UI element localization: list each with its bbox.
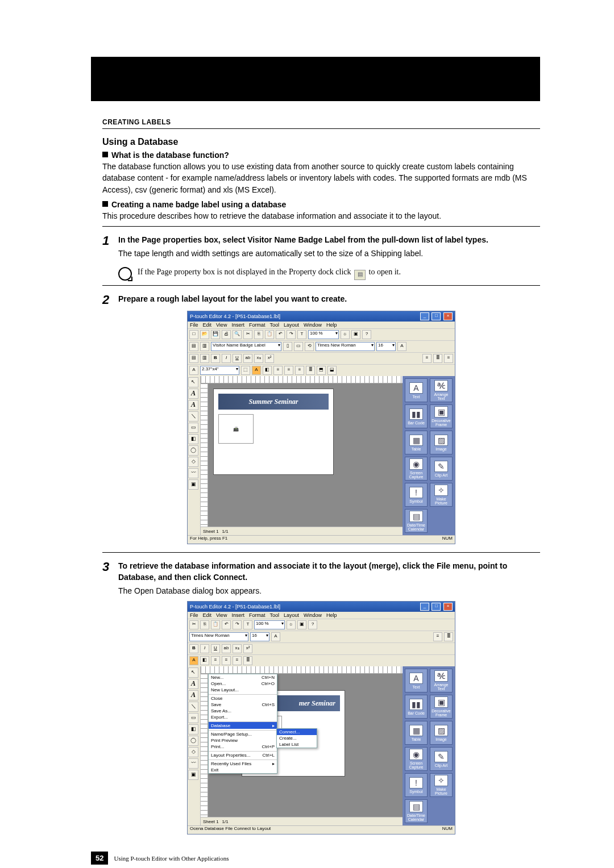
menu-item[interactable]: Format [249, 322, 265, 328]
obj-table-button[interactable]: ▦Table [405, 431, 428, 454]
copy-icon[interactable]: ⎘ [200, 620, 209, 629]
align-center-icon[interactable]: ≡ [284, 366, 293, 375]
menu-item[interactable]: Tool [269, 322, 279, 328]
preview-icon[interactable]: 🔍 [233, 330, 242, 339]
text-tool-icon[interactable]: A [188, 679, 198, 689]
font-size-combo[interactable]: 16 [250, 632, 269, 641]
menu-item[interactable]: Window [304, 322, 322, 328]
subscript-icon[interactable]: x₂ [254, 354, 263, 363]
align-left-icon[interactable]: ≡ [211, 656, 220, 665]
undo-icon[interactable]: ↶ [222, 620, 231, 629]
app-titlebar[interactable]: P-touch Editor 4.2 - [P51-Database1.lbl]… [188, 602, 455, 612]
menu-item[interactable]: Insert [231, 322, 244, 328]
file-menu-item[interactable]: SaveCtrl+S [209, 702, 277, 708]
obj-symbol-button[interactable]: !Symbol [405, 483, 428, 507]
save-icon[interactable]: 💾 [211, 330, 220, 339]
label-type-combo[interactable]: Visitor Name Badge Label [211, 342, 281, 351]
menu-bar[interactable]: File Edit View Insert Format Tool Layout… [188, 612, 455, 619]
align-icon[interactable]: ≣ [444, 632, 453, 641]
label-card[interactable]: Summer Seminar 📠 [214, 389, 333, 474]
help-icon[interactable]: ? [308, 620, 317, 629]
file-menu-item[interactable]: Open...Ctrl+O [209, 681, 277, 687]
cut-icon[interactable]: ✂ [189, 620, 198, 629]
card-banner[interactable]: Summer Seminar [218, 394, 329, 410]
zoom-combo[interactable]: 100 % [254, 620, 285, 629]
tool-icon[interactable]: ▣ [351, 330, 360, 339]
rect-tool-icon[interactable]: ▭ [188, 713, 198, 723]
file-menu-item[interactable]: Export... [209, 714, 277, 720]
align-just-icon[interactable]: ≣ [243, 656, 252, 665]
menu-item[interactable]: Format [249, 612, 265, 618]
new-icon[interactable]: □ [189, 330, 198, 339]
paste-icon[interactable]: 📋 [211, 620, 220, 629]
redo-icon[interactable]: ↷ [233, 620, 242, 629]
bold-icon[interactable]: B [211, 354, 220, 363]
sheet-tab[interactable]: Sheet 1 [203, 529, 219, 534]
menu-item[interactable]: Tool [269, 612, 279, 618]
obj-makepic-button[interactable]: ✧Make Picture [430, 483, 453, 507]
tool-icon[interactable]: ☼ [341, 330, 350, 339]
image-tool-icon[interactable]: ▣ [188, 479, 198, 490]
menu-bar[interactable]: File Edit View Insert Format Tool Layout… [188, 322, 455, 328]
obj-capture-button[interactable]: ◉Screen Capture [405, 457, 428, 481]
align-right-icon[interactable]: ≡ [233, 656, 242, 665]
superscript-icon[interactable]: x² [265, 354, 274, 363]
align-icon[interactable]: ≡ [422, 354, 432, 363]
align-just-icon[interactable]: ≣ [306, 366, 315, 375]
strike-icon[interactable]: ab [222, 644, 231, 653]
ellipse-tool-icon[interactable]: ◯ [188, 736, 198, 746]
open-icon[interactable]: 📂 [200, 330, 209, 339]
tool-icon[interactable]: ▥ [200, 354, 209, 363]
select-tool-icon[interactable]: ↖ [188, 667, 198, 678]
valign-icon[interactable]: ⬓ [327, 366, 337, 375]
menu-item[interactable]: Layout [284, 612, 299, 618]
menu-item[interactable]: Help [326, 612, 337, 618]
tool-icon[interactable]: ⟲ [305, 342, 314, 351]
obj-symbol-button[interactable]: !Symbol [405, 773, 428, 797]
menu-item[interactable]: Help [326, 322, 337, 328]
window-close-button[interactable]: × [443, 603, 453, 611]
menu-item[interactable]: Window [304, 612, 322, 618]
obj-barcode-button[interactable]: ▮▮Bar Code [405, 695, 428, 719]
text-tool-icon[interactable]: A [188, 690, 198, 700]
window-close-button[interactable]: × [443, 312, 453, 320]
obj-capture-button[interactable]: ◉Screen Capture [405, 747, 428, 771]
superscript-icon[interactable]: x² [243, 644, 252, 653]
file-menu-item[interactable]: Layout Properties...Ctrl+L [209, 751, 277, 758]
menu-item[interactable]: View [216, 322, 227, 328]
window-maximize-button[interactable]: □ [432, 312, 441, 320]
menu-item[interactable]: View [216, 612, 227, 618]
print-icon[interactable]: 🖨 [222, 330, 231, 339]
database-submenu-item[interactable]: Connect... [277, 729, 317, 735]
font-family-combo[interactable]: Times New Roman [189, 632, 248, 641]
obj-image-button[interactable]: ▨Image [430, 431, 453, 454]
poly-tool-icon[interactable]: ◇ [188, 457, 198, 467]
tool-icon[interactable]: ▤ [189, 354, 198, 363]
text-tool-icon[interactable]: T [297, 330, 306, 339]
file-menu-item[interactable]: Database▸ [209, 721, 277, 729]
roundrect-tool-icon[interactable]: ◧ [188, 724, 198, 735]
obj-datetime-button[interactable]: ▤Date/Time Calendar [405, 509, 428, 533]
file-menu-item[interactable]: Print...Ctrl+P [209, 744, 277, 750]
line-tool-icon[interactable]: ＼ [188, 702, 198, 712]
obj-image-button[interactable]: ▨Image [430, 721, 453, 745]
obj-text-button[interactable]: AText [405, 669, 428, 692]
file-menu-dropdown[interactable]: New...Ctrl+NOpen...Ctrl+ONew Layout...Cl… [208, 674, 277, 774]
rect-tool-icon[interactable]: ▭ [188, 423, 198, 433]
italic-icon[interactable]: I [200, 644, 209, 653]
window-maximize-button[interactable]: □ [432, 603, 441, 611]
curve-tool-icon[interactable]: 〰 [188, 758, 198, 769]
align-icon[interactable]: ≡ [444, 354, 453, 363]
select-tool-icon[interactable]: ↖ [188, 377, 198, 387]
obj-arrange-text-button[interactable]: ℀Arrange Text [430, 669, 453, 692]
file-menu-item[interactable]: Save As... [209, 708, 277, 714]
page-property-icon[interactable]: ▤ [189, 342, 198, 351]
align-right-icon[interactable]: ≡ [295, 366, 304, 375]
page-property-icon[interactable]: ▤ [354, 270, 366, 280]
orientation-landscape-icon[interactable]: ▭ [294, 342, 303, 351]
card-clipart[interactable]: 📠 [218, 414, 254, 444]
obj-frame-button[interactable]: ▣Decorative Frame [430, 404, 453, 428]
database-submenu-item[interactable]: Create... [277, 735, 317, 741]
obj-arrange-text-button[interactable]: ℀Arrange Text [430, 378, 453, 402]
obj-text-button[interactable]: AText [405, 378, 428, 402]
